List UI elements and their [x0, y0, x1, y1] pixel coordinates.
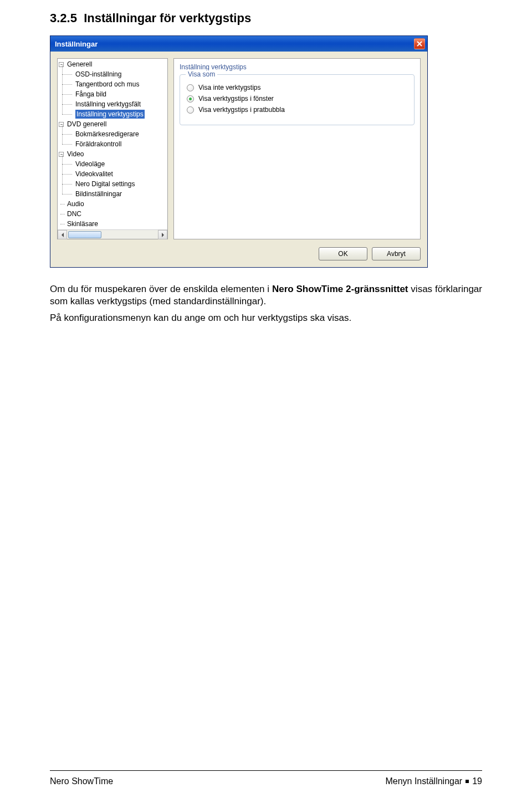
tree-item[interactable]: Videoläge — [58, 159, 167, 169]
scroll-thumb[interactable] — [68, 231, 101, 238]
section-heading: 3.2.5 Inställningar för verktygstips — [50, 11, 482, 25]
groupbox-label: Visa som — [186, 70, 217, 78]
tree-item-label: Nero Digital settings — [75, 180, 135, 188]
tree-item[interactable]: OSD-inställning — [58, 69, 167, 79]
scroll-right-button[interactable] — [158, 230, 167, 239]
heading-title: Inställningar för verktygstips — [84, 11, 251, 25]
tree-item[interactable]: Skinläsare — [58, 219, 167, 229]
tree-item-label: Generell — [67, 60, 92, 69]
tree-item-label: Fånga bild — [75, 90, 106, 99]
tree-item-label: Bildinställningar — [75, 190, 122, 198]
p1-bold: Nero ShowTime 2-gränssnittet — [272, 284, 408, 294]
show-as-groupbox: Visa som Visa inte verktygstipsVisa verk… — [180, 74, 415, 125]
radio-button-icon[interactable] — [187, 95, 194, 103]
radio-label: Visa inte verktygstips — [198, 84, 261, 91]
bullet-icon — [466, 780, 469, 783]
scroll-left-button[interactable] — [58, 230, 67, 239]
tree-item-label: Föräldrakontroll — [75, 140, 121, 149]
footer-chapter: Menyn Inställningar — [385, 776, 462, 786]
tree-item[interactable]: Nero Digital settings — [58, 179, 167, 189]
p1-text-a: Om du för muspekaren över de enskilda el… — [50, 284, 272, 294]
tree-item[interactable]: Videokvalitet — [58, 169, 167, 179]
tree-item-label: Videoläge — [75, 160, 105, 168]
tree-toggle-icon[interactable]: - — [59, 62, 64, 67]
tree-item[interactable]: -DVD generell — [58, 119, 167, 129]
radio-option[interactable]: Visa verktygstips i pratbubbla — [187, 106, 407, 114]
heading-number: 3.2.5 — [50, 11, 77, 25]
settings-pane: Inställning verktygstips Visa som Visa i… — [173, 58, 421, 239]
nav-tree-pane: -GenerellOSD-inställningTangentbord och … — [57, 58, 168, 239]
paragraph-2: På konfigurationsmenyn kan du ange om oc… — [50, 312, 482, 324]
scroll-track[interactable] — [67, 230, 158, 239]
radio-button-icon[interactable] — [187, 84, 194, 91]
settings-dialog: Inställningar -GenerellOSD-inställningTa… — [50, 35, 428, 268]
tree-item-label: DNC — [67, 209, 81, 218]
radio-option[interactable]: Visa inte verktygstips — [187, 84, 407, 91]
paragraph-1: Om du för muspekaren över de enskilda el… — [50, 283, 482, 308]
dialog-title: Inställningar — [55, 40, 414, 48]
tree-item-label: Bokmärkesredigerare — [75, 130, 139, 139]
tree-item[interactable]: -Video — [58, 149, 167, 159]
close-button[interactable] — [414, 38, 425, 49]
ok-button-label: OK — [338, 250, 347, 258]
tree-item-label: Inställning verktygstips — [75, 110, 145, 119]
tree-item[interactable]: Inställning verktygsfält — [58, 99, 167, 109]
tree-item[interactable]: Tangentbord och mus — [58, 79, 167, 89]
tree-item[interactable]: Fånga bild — [58, 89, 167, 99]
dialog-body: -GenerellOSD-inställningTangentbord och … — [50, 52, 427, 243]
tree-item[interactable]: Bildinställningar — [58, 189, 167, 199]
ok-button[interactable]: OK — [319, 247, 367, 260]
tree-item-label: Video — [67, 150, 84, 158]
radio-button-icon[interactable] — [187, 106, 194, 114]
chevron-right-icon — [161, 233, 165, 237]
tree-item[interactable]: Inställning verktygstips — [58, 109, 167, 119]
tree-horizontal-scrollbar[interactable] — [58, 229, 167, 239]
cancel-button[interactable]: Avbryt — [372, 247, 421, 260]
tree-item-label: DVD generell — [67, 120, 106, 129]
cancel-button-label: Avbryt — [387, 250, 406, 258]
tree-item-label: Videokvalitet — [75, 170, 113, 178]
dialog-titlebar[interactable]: Inställningar — [50, 36, 427, 52]
chevron-left-icon — [61, 233, 64, 237]
tree-item[interactable]: DNC — [58, 209, 167, 219]
tree-item[interactable]: Föräldrakontroll — [58, 139, 167, 149]
show-as-radio-group: Visa inte verktygstipsVisa verktygstips … — [187, 84, 407, 114]
nav-tree[interactable]: -GenerellOSD-inställningTangentbord och … — [58, 59, 167, 229]
tree-toggle-icon[interactable]: - — [59, 122, 64, 127]
footer-page-number: 19 — [472, 776, 482, 786]
tree-item[interactable]: Audio — [58, 199, 167, 209]
footer-left: Nero ShowTime — [50, 776, 113, 786]
tree-item[interactable]: -Generell — [58, 59, 167, 69]
tree-item-label: Tangentbord och mus — [75, 80, 139, 89]
page-footer: Nero ShowTime Menyn Inställningar 19 — [50, 770, 482, 786]
tree-item-label: Audio — [67, 200, 84, 208]
tree-item-label: Skinläsare — [67, 219, 98, 228]
footer-right: Menyn Inställningar 19 — [385, 776, 482, 786]
tree-toggle-icon[interactable]: - — [59, 152, 64, 157]
dialog-footer: OK Avbryt — [50, 243, 427, 267]
tree-item[interactable]: Bokmärkesredigerare — [58, 129, 167, 139]
radio-option[interactable]: Visa verktygstips i fönster — [187, 95, 407, 103]
radio-label: Visa verktygstips i fönster — [198, 95, 274, 103]
radio-label: Visa verktygstips i pratbubbla — [198, 106, 285, 114]
close-icon — [417, 41, 422, 47]
settings-section-title: Inställning verktygstips — [180, 63, 415, 71]
tree-item-label: OSD-inställning — [75, 70, 121, 79]
tree-item-label: Inställning verktygsfält — [75, 100, 141, 109]
